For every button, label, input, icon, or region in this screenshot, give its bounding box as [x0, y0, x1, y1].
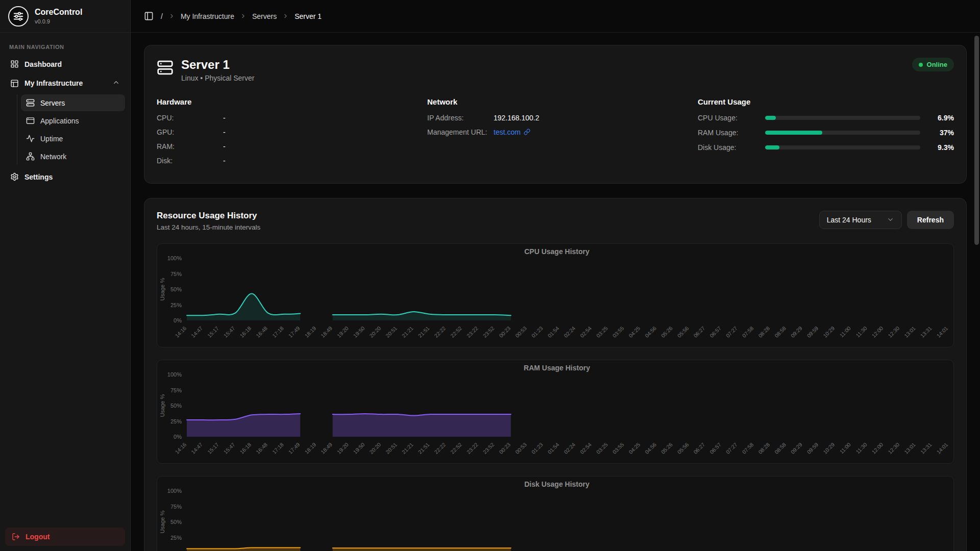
- usage-row-ram: RAM Usage: 37%: [698, 129, 954, 137]
- sidebar-item-servers[interactable]: Servers: [21, 94, 125, 111]
- svg-text:100%: 100%: [167, 371, 182, 378]
- svg-text:02:24: 02:24: [562, 324, 576, 338]
- sidebar-item-uptime[interactable]: Uptime: [21, 130, 125, 147]
- hardware-title: Hardware: [157, 97, 413, 106]
- svg-text:15:17: 15:17: [206, 441, 220, 455]
- hardware-row-gpu: GPU: -: [157, 128, 413, 136]
- history-titles: Resource Usage History Last 24 hours, 15…: [157, 211, 260, 231]
- history-controls: Last 24 Hours Refresh: [819, 211, 954, 229]
- svg-text:Usage %: Usage %: [159, 278, 165, 300]
- svg-text:22:22: 22:22: [433, 324, 447, 338]
- svg-text:13:01: 13:01: [903, 324, 917, 338]
- svg-text:13:31: 13:31: [919, 324, 933, 338]
- app-window-icon: [26, 116, 35, 125]
- svg-text:17:49: 17:49: [287, 441, 301, 455]
- app-version: v0.0.9: [35, 18, 82, 24]
- svg-text:01:54: 01:54: [546, 324, 560, 338]
- svg-text:23:52: 23:52: [481, 324, 495, 338]
- sidebar-item-label: Applications: [40, 117, 79, 125]
- network-row-ip: IP Address: 192.168.100.2: [427, 114, 683, 122]
- sidebar-item-label: Servers: [40, 99, 65, 107]
- svg-text:50%: 50%: [170, 403, 182, 409]
- sidebar-item-label: Network: [40, 153, 66, 161]
- svg-text:08:58: 08:58: [773, 324, 787, 338]
- topbar: / My Infrastructure Servers Server 1: [131, 0, 980, 33]
- disk-usage-chart: Disk Usage History0%25%50%75%100%Usage %…: [157, 476, 954, 551]
- svg-text:14:47: 14:47: [190, 324, 204, 338]
- svg-text:50%: 50%: [170, 286, 182, 292]
- server-subtitle: Linux • Physical Server: [181, 74, 254, 82]
- svg-text:14:01: 14:01: [935, 441, 949, 455]
- resource-history-card: Resource Usage History Last 24 hours, 15…: [144, 198, 967, 551]
- svg-text:09:59: 09:59: [805, 324, 819, 338]
- sidebar-item-settings[interactable]: Settings: [5, 168, 125, 186]
- server-details-grid: Hardware CPU: - GPU: - RAM: -: [157, 97, 954, 171]
- sidebar-item-label: My Infrastructure: [24, 79, 83, 87]
- chevron-right-icon: [168, 13, 175, 19]
- logout-button[interactable]: Logout: [5, 528, 125, 546]
- cpu-usage-chart: CPU Usage History0%25%50%75%100%Usage %1…: [157, 243, 954, 347]
- history-header: Resource Usage History Last 24 hours, 15…: [157, 211, 954, 231]
- svg-text:50%: 50%: [170, 519, 182, 525]
- history-subtitle: Last 24 hours, 15-minute intervals: [157, 223, 260, 231]
- svg-text:14:47: 14:47: [190, 441, 204, 455]
- sidebar-item-network[interactable]: Network: [21, 148, 125, 165]
- refresh-button[interactable]: Refresh: [907, 211, 954, 229]
- hardware-row-ram: RAM: -: [157, 142, 413, 151]
- app-root: CoreControl v0.0.9 MAIN NAVIGATION Dashb…: [0, 0, 980, 551]
- svg-text:23:52: 23:52: [481, 441, 495, 455]
- svg-text:21:21: 21:21: [401, 324, 414, 338]
- svg-text:11:00: 11:00: [838, 441, 852, 455]
- row-label: GPU:: [157, 128, 223, 136]
- svg-text:21:51: 21:51: [417, 324, 431, 338]
- svg-text:75%: 75%: [170, 387, 182, 393]
- app-identity: CoreControl v0.0.9: [35, 8, 82, 24]
- svg-text:10:29: 10:29: [822, 441, 836, 455]
- server-header: Server 1 Linux • Physical Server Online: [157, 58, 954, 82]
- svg-text:19:20: 19:20: [336, 441, 350, 455]
- scrollbar-thumb[interactable]: [974, 36, 979, 245]
- svg-text:06:57: 06:57: [708, 324, 722, 338]
- svg-text:06:27: 06:27: [692, 441, 706, 455]
- sidebar-item-label: Uptime: [40, 135, 63, 143]
- time-range-select[interactable]: Last 24 Hours: [819, 211, 902, 229]
- svg-text:09:29: 09:29: [790, 324, 803, 338]
- breadcrumb-home[interactable]: /: [161, 12, 163, 20]
- gear-icon: [10, 172, 19, 181]
- logout-label: Logout: [26, 533, 50, 541]
- svg-text:20:51: 20:51: [384, 324, 398, 338]
- svg-text:75%: 75%: [170, 270, 182, 277]
- server-icon: [26, 98, 35, 107]
- logout-icon: [12, 533, 20, 541]
- sidebar-item-label: Dashboard: [24, 60, 62, 68]
- sidebar-item-dashboard[interactable]: Dashboard: [5, 55, 125, 73]
- svg-text:RAM Usage History: RAM Usage History: [524, 364, 590, 372]
- network-column: Network IP Address: 192.168.100.2 Manage…: [427, 97, 683, 171]
- breadcrumb-my-infrastructure[interactable]: My Infrastructure: [181, 12, 234, 20]
- current-usage-title: Current Usage: [698, 97, 954, 106]
- svg-text:Disk Usage History: Disk Usage History: [524, 480, 590, 488]
- management-url-link[interactable]: test.com: [494, 128, 530, 136]
- usage-row-disk: Disk Usage: 9.3%: [698, 143, 954, 152]
- sidebar-item-my-infrastructure[interactable]: My Infrastructure: [5, 74, 125, 92]
- svg-text:14:16: 14:16: [174, 441, 187, 455]
- ram-usage-bar-fill: [765, 131, 822, 135]
- svg-text:18:49: 18:49: [320, 441, 333, 455]
- svg-text:25%: 25%: [170, 418, 182, 424]
- time-range-value: Last 24 Hours: [827, 216, 871, 224]
- scrollbar[interactable]: [974, 34, 979, 549]
- svg-text:11:30: 11:30: [854, 441, 868, 455]
- breadcrumb-servers[interactable]: Servers: [252, 12, 277, 20]
- row-value: -: [223, 114, 226, 122]
- svg-text:16:48: 16:48: [255, 324, 268, 338]
- sidebar-toggle-button[interactable]: [144, 11, 154, 21]
- svg-text:17:18: 17:18: [271, 324, 285, 338]
- svg-text:25%: 25%: [170, 302, 182, 308]
- sidebar-item-applications[interactable]: Applications: [21, 112, 125, 129]
- svg-text:02:54: 02:54: [579, 441, 593, 455]
- ram-usage-bar: [765, 131, 920, 135]
- svg-text:13:01: 13:01: [903, 441, 917, 455]
- svg-text:100%: 100%: [167, 255, 182, 261]
- svg-text:05:56: 05:56: [676, 441, 690, 455]
- network-row-management-url: Management URL: test.com: [427, 128, 683, 136]
